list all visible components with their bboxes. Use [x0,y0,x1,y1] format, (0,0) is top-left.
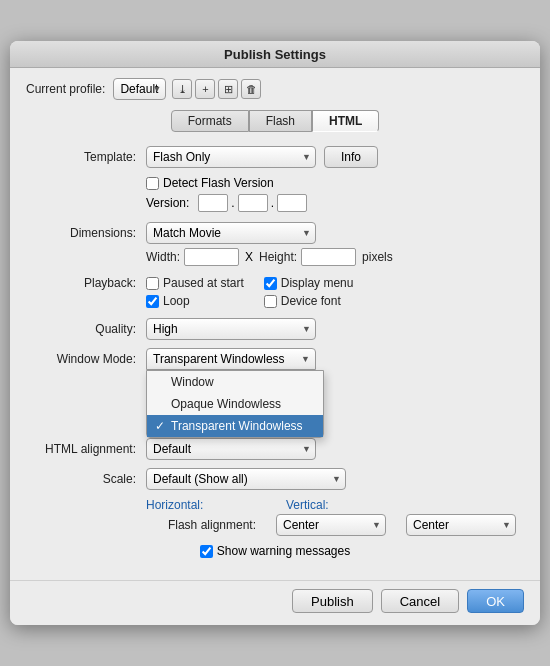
wh-row: Width: 700 X Height: 211 pixels [146,248,524,266]
tab-formats[interactable]: Formats [171,110,249,132]
transparent-option[interactable]: Transparent Windowless [147,415,323,437]
flash-align-labels: Horizontal: Vertical: [146,498,524,512]
cancel-button[interactable]: Cancel [381,589,459,613]
wh-sep: X [245,250,253,264]
template-select-wrapper: Flash Only [146,146,316,168]
version-major[interactable]: 8 [198,194,228,212]
window-mode-label: Window Mode: [26,352,136,366]
detect-row: Detect Flash Version [146,176,524,190]
tabs: Formats Flash HTML [26,110,524,132]
loop-item: Loop [146,294,244,308]
window-mode-menu: Window Opaque Windowless Transparent Win… [146,370,324,438]
template-row: Template: Flash Only Info [26,146,524,168]
pixels-label: pixels [362,250,393,264]
profile-label: Current profile: [26,82,105,96]
height-input[interactable]: 211 [301,248,356,266]
tab-html[interactable]: HTML [312,110,379,132]
profile-row: Current profile: Default ⤓ + ⊞ 🗑 [26,78,524,100]
bottom-buttons: Publish Cancel OK [10,580,540,625]
paused-label: Paused at start [163,276,244,290]
warning-row: Show warning messages [26,544,524,558]
profile-save-icon[interactable]: ⤓ [172,79,192,99]
profile-dup-icon[interactable]: ⊞ [218,79,238,99]
ok-button[interactable]: OK [467,589,524,613]
flash-align-row-label: Flash alignment: [146,518,256,532]
playback-right-group: Display menu Device font [264,276,354,308]
playback-label: Playback: [26,276,136,290]
dimensions-label: Dimensions: [26,226,136,240]
quality-select-wrapper: High [146,318,316,340]
v-align-select[interactable]: Center [406,514,516,536]
width-input[interactable]: 700 [184,248,239,266]
device-font-label: Device font [281,294,341,308]
paused-checkbox[interactable] [146,277,159,290]
dimensions-select[interactable]: Match Movie [146,222,316,244]
playback-row: Playback: Paused at start Loop Display m… [26,276,524,308]
version-label: Version: [146,196,189,210]
quality-row: Quality: High [26,318,524,340]
window-title: Publish Settings [224,47,326,62]
detect-label: Detect Flash Version [163,176,274,190]
window-mode-trigger[interactable]: Transparent Windowless [146,348,316,370]
dimensions-row: Dimensions: Match Movie [26,222,524,244]
html-align-label: HTML alignment: [26,442,136,456]
html-align-row: HTML alignment: Default [26,438,524,460]
loop-checkbox[interactable] [146,295,159,308]
h-align-select-wrapper: Center [276,514,386,536]
profile-del-icon[interactable]: 🗑 [241,79,261,99]
v-align-select-wrapper: Center [406,514,516,536]
display-menu-label: Display menu [281,276,354,290]
publish-button[interactable]: Publish [292,589,373,613]
display-menu-item: Display menu [264,276,354,290]
device-font-checkbox[interactable] [264,295,277,308]
window-mode-dropdown[interactable]: Transparent Windowless Window Opaque Win… [146,348,316,370]
version-minor1[interactable]: 0 [238,194,268,212]
display-menu-checkbox[interactable] [264,277,277,290]
warning-checkbox[interactable] [200,545,213,558]
template-select[interactable]: Flash Only [146,146,316,168]
scale-select[interactable]: Default (Show all) [146,468,346,490]
flash-align-selects: Flash alignment: Center Center [146,514,524,536]
height-label: Height: [259,250,297,264]
window-mode-selected: Transparent Windowless [153,352,285,366]
h-align-select[interactable]: Center [276,514,386,536]
profile-select-wrapper: Default [113,78,166,100]
playback-left-group: Paused at start Loop [146,276,244,308]
device-font-item: Device font [264,294,354,308]
scale-label: Scale: [26,472,136,486]
loop-label: Loop [163,294,190,308]
detect-checkbox[interactable] [146,177,159,190]
paused-item: Paused at start [146,276,244,290]
quality-select[interactable]: High [146,318,316,340]
version-row: Version: 8 . 0 . 0 [146,194,524,212]
version-minor2[interactable]: 0 [277,194,307,212]
tab-flash[interactable]: Flash [249,110,312,132]
template-label: Template: [26,150,136,164]
warning-label: Show warning messages [217,544,350,558]
opaque-option[interactable]: Opaque Windowless [147,393,323,415]
width-label: Width: [146,250,180,264]
publish-settings-window: Publish Settings Current profile: Defaul… [10,41,540,625]
vertical-label: Vertical: [286,498,416,512]
flash-align-section: Horizontal: Vertical: Flash alignment: C… [26,498,524,536]
dimensions-select-wrapper: Match Movie [146,222,316,244]
horizontal-label: Horizontal: [146,498,276,512]
html-align-select[interactable]: Default [146,438,316,460]
profile-icons: ⤓ + ⊞ 🗑 [172,79,261,99]
html-align-select-wrapper: Default [146,438,316,460]
profile-add-icon[interactable]: + [195,79,215,99]
window-mode-row: Window Mode: Transparent Windowless Wind… [26,348,524,378]
scale-select-wrapper: Default (Show all) [146,468,346,490]
window-option[interactable]: Window [147,371,323,393]
quality-label: Quality: [26,322,136,336]
info-button[interactable]: Info [324,146,378,168]
profile-select[interactable]: Default [113,78,166,100]
title-bar: Publish Settings [10,41,540,68]
scale-row: Scale: Default (Show all) [26,468,524,490]
